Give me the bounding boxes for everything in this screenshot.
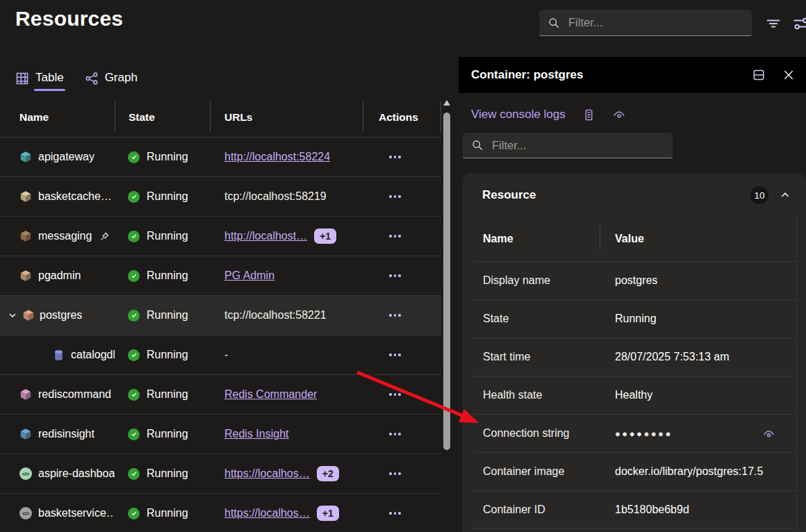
panel-title: Container: postgres — [471, 68, 584, 82]
table-row-messaging[interactable]: messaging Running http://localhost… +1 — [0, 216, 441, 256]
resource-state: Running — [147, 428, 188, 440]
console-logs-row: View console logs — [471, 108, 806, 122]
table-row-redisinsight[interactable]: redisinsight Running Redis Insight — [0, 414, 441, 454]
resource-name: rediscommand — [38, 388, 111, 401]
detail-row-health-state[interactable]: Health state Healthy — [472, 376, 796, 414]
more-actions-icon[interactable] — [386, 508, 404, 519]
watch-eye-icon[interactable] — [612, 108, 626, 122]
resource-name: basketservice… — [38, 507, 115, 519]
pin-icon — [99, 231, 110, 242]
detail-value: docker.io/library/postgres:17.5 — [615, 465, 763, 478]
tab-table[interactable]: Table — [15, 71, 64, 86]
resource-name: redisinsight — [38, 428, 94, 440]
resource-url-link[interactable]: https://localhos… — [224, 467, 310, 480]
panel-filter-input[interactable] — [491, 138, 664, 153]
search-icon — [548, 17, 560, 29]
resource-state: Running — [147, 269, 188, 282]
resource-name: messaging — [38, 230, 92, 242]
more-actions-icon[interactable] — [386, 389, 404, 400]
detail-value: postgres — [615, 274, 657, 287]
container-cube-icon — [19, 230, 32, 242]
detail-row-container-id[interactable]: Container ID 1b5180be6b9d — [472, 490, 796, 529]
resource-section-header[interactable]: Resource 10 — [463, 174, 806, 217]
more-actions-icon[interactable] — [386, 270, 404, 281]
resource-name: postgres — [40, 309, 82, 322]
more-actions-icon[interactable] — [386, 310, 404, 321]
col-state: State — [115, 97, 210, 137]
detail-row-container-image[interactable]: Container image docker.io/library/postgr… — [472, 452, 796, 490]
resources-table-header: Name State URLs Actions — [0, 97, 441, 137]
more-urls-badge[interactable]: +1 — [314, 228, 336, 244]
details-table: Name Value Display name postgres State R… — [472, 217, 797, 529]
search-icon — [471, 139, 484, 151]
running-check-icon — [128, 389, 140, 401]
resource-url-link[interactable]: PG Admin — [224, 269, 274, 282]
view-console-logs-link[interactable]: View console logs — [471, 108, 566, 122]
detail-row-connection-string[interactable]: Connection string ●●●●●●●● — [472, 414, 796, 452]
split-pane-icon[interactable] — [750, 67, 767, 83]
filter-lines-icon[interactable] — [764, 15, 782, 33]
table-row-postgres[interactable]: postgres Running tcp://localhost:58221 — [0, 295, 441, 335]
container-cube-icon — [19, 428, 32, 440]
more-actions-icon[interactable] — [386, 191, 404, 202]
running-check-icon — [128, 429, 140, 440]
resource-name: aspire-dashboar — [38, 467, 115, 480]
resource-name: apigateway — [38, 151, 94, 163]
resources-filter-input[interactable] — [567, 15, 743, 30]
project-code-icon: </> — [19, 507, 32, 519]
more-actions-icon[interactable] — [386, 468, 404, 479]
more-urls-badge[interactable]: +2 — [317, 466, 339, 481]
detail-row-state[interactable]: State Running — [472, 299, 796, 338]
running-check-icon — [128, 270, 140, 282]
running-check-icon — [128, 310, 140, 322]
chevron-up-icon[interactable] — [780, 190, 791, 201]
table-row-basketcache[interactable]: basketcache… Running tcp://localhost:582… — [0, 176, 441, 216]
table-row-aspire-dashboard[interactable]: </> aspire-dashboar Running https://loca… — [0, 454, 441, 493]
console-log-icon[interactable] — [582, 108, 595, 122]
running-check-icon — [128, 468, 140, 480]
details-table-header: Name Value — [472, 217, 796, 261]
resource-name: pgadmin — [38, 269, 81, 282]
detail-value: 1b5180be6b9d — [615, 504, 689, 516]
resource-name: catalogdb — [71, 349, 115, 361]
table-row-basketservice[interactable]: </> basketservice… Running https://local… — [0, 493, 441, 532]
detail-row-start-time[interactable]: Start time 28/07/2025 7:53:13 am — [472, 338, 796, 376]
more-actions-icon[interactable] — [386, 151, 404, 163]
scrollbar-up-arrow[interactable] — [443, 100, 450, 106]
detail-col-name: Name — [472, 233, 600, 245]
settings-sliders-icon[interactable] — [792, 15, 806, 33]
resources-page: Resources Table Graph — [0, 0, 806, 532]
close-icon[interactable] — [781, 67, 796, 83]
resource-state: Running — [147, 309, 188, 322]
more-actions-icon[interactable] — [386, 349, 404, 360]
detail-row-display-name[interactable]: Display name postgres — [472, 261, 796, 299]
resource-section-title: Resource — [482, 188, 536, 202]
resource-state: Running — [147, 349, 188, 361]
resource-url-link[interactable]: Redis Insight — [224, 428, 289, 440]
table-scrollbar — [442, 99, 452, 532]
detail-value: Healthy — [615, 389, 652, 401]
container-cube-icon — [19, 190, 32, 203]
tab-graph-label: Graph — [105, 71, 138, 86]
resource-state: Running — [147, 230, 188, 242]
table-row-catalogdb[interactable]: catalogdb Running - — [0, 335, 441, 374]
container-cube-icon — [19, 151, 32, 163]
running-check-icon — [128, 191, 140, 203]
resource-state: Running — [147, 507, 188, 519]
table-row-apigateway[interactable]: apigateway Running http://localhost:5822… — [0, 137, 441, 176]
more-urls-badge[interactable]: +1 — [317, 506, 339, 521]
detail-value: 28/07/2025 7:53:13 am — [615, 351, 730, 363]
tab-graph[interactable]: Graph — [85, 71, 138, 86]
table-row-pgadmin[interactable]: pgadmin Running PG Admin — [0, 256, 441, 295]
resource-url-link[interactable]: http://localhost:58224 — [224, 151, 330, 163]
more-actions-icon[interactable] — [386, 429, 404, 440]
chevron-down-icon[interactable] — [8, 310, 17, 320]
scrollbar-thumb[interactable] — [443, 113, 450, 450]
reveal-eye-icon[interactable] — [762, 427, 775, 440]
table-row-rediscommand[interactable]: rediscommand Running Redis Commander — [0, 374, 441, 414]
resource-url-link[interactable]: http://localhost… — [224, 230, 307, 242]
resource-url-link[interactable]: Redis Commander — [224, 388, 317, 401]
details-panel-header: Container: postgres — [459, 57, 806, 93]
more-actions-icon[interactable] — [386, 231, 404, 242]
resource-url-link[interactable]: https://localhos… — [224, 507, 310, 519]
